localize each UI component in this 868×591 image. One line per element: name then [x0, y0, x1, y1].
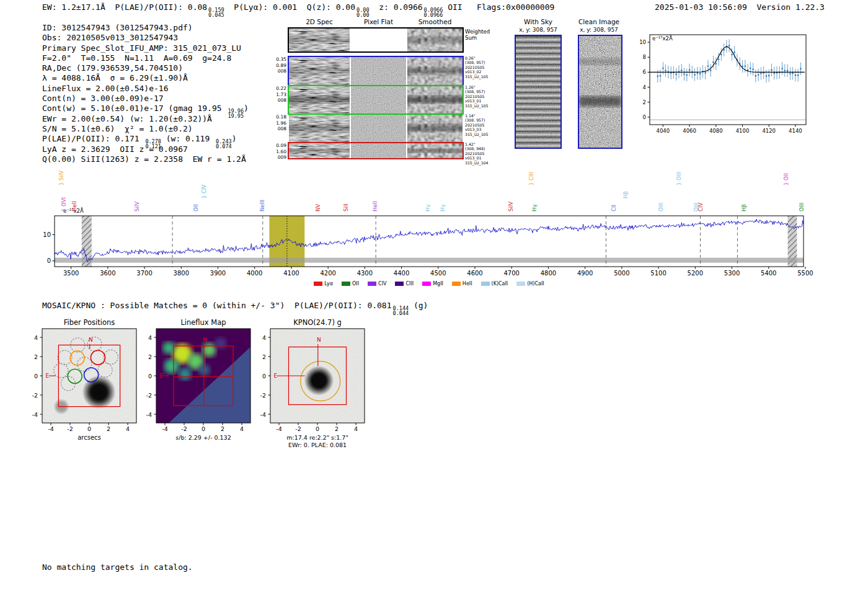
mosaic-kpno-summary: MOSAIC/KPNO : Possible Matches = 0 (with…: [42, 301, 428, 316]
spectrum-line-label: Hβ: [622, 191, 629, 198]
cutout-row-fiber4: [288, 142, 464, 159]
spectrum-line-label: HeII: [71, 201, 78, 211]
north-indicator: N: [89, 337, 93, 343]
svg-text:-2: -2: [32, 392, 38, 399]
cutout-spec-image: [289, 143, 350, 158]
stacked-uncertainty: 0.000.00: [356, 7, 369, 17]
cutout-flat-image: [351, 115, 406, 142]
legend-item-HeII: HeII: [452, 281, 472, 287]
report-version: Version 1.22.3: [756, 2, 825, 12]
svg-text:-4: -4: [146, 411, 152, 418]
spectrum-line-label: } CIII: [528, 172, 534, 185]
legend-item-CIV: CIV: [368, 281, 386, 287]
svg-text:-2: -2: [260, 392, 266, 399]
svg-text:3900: 3900: [210, 270, 226, 277]
svg-text:4200: 4200: [320, 270, 335, 277]
cutout-spec-image: [289, 115, 350, 142]
svg-text:2: 2: [34, 353, 38, 360]
legend-item-CIII: CIII: [395, 281, 414, 287]
info-line: P(LAE)/P(OII): 0.171 0.2780.121 (w: 0.11…: [42, 134, 249, 144]
svg-text:-4: -4: [32, 411, 38, 418]
fiber-positions-panel: Fiber PositionsNE-4-4-2-2002244arcsecs: [24, 318, 148, 449]
east-indicator: E: [45, 373, 49, 379]
svg-text:4140: 4140: [789, 128, 802, 134]
stacked-uncertainty: 0.2430.074: [216, 139, 232, 149]
legend-label: CIII: [405, 281, 414, 287]
svg-text:4700: 4700: [504, 270, 520, 277]
svg-text:2: 2: [221, 425, 224, 432]
svg-text:0: 0: [643, 114, 646, 120]
svg-text:4: 4: [643, 84, 646, 91]
svg-text:0: 0: [87, 425, 91, 432]
svg-text:4: 4: [354, 425, 358, 432]
svg-text:3600: 3600: [100, 270, 115, 277]
legend-label: CIV: [378, 281, 386, 287]
spectrum-line-label: } OVI: [61, 197, 67, 211]
svg-text:-4: -4: [276, 425, 281, 432]
svg-text:5000: 5000: [614, 270, 629, 277]
cutout-right-labels: 1.26"(308, 957)20210505v013_01315_LU_105: [465, 85, 505, 108]
svg-text:4: 4: [262, 334, 266, 341]
svg-text:-2: -2: [181, 425, 187, 432]
lineflux-map-panel: Lineflux MapNE-4-4-2-2002244s/b: 2.29 +/…: [138, 318, 262, 449]
spectrum-line-label: Hβ: [741, 204, 747, 211]
spectrum-line-label: SiIV: [508, 202, 514, 211]
svg-text:5200: 5200: [688, 270, 703, 277]
svg-text:5400: 5400: [761, 270, 776, 277]
fiber-positions-xlabel: arcsecs: [78, 434, 101, 441]
svg-text:3800: 3800: [174, 270, 189, 277]
spectrum-line-label: OII: [193, 204, 199, 211]
cutout-row-fiber3: [288, 113, 464, 143]
stacked-uncertainty: 19.9619.95: [228, 109, 244, 118]
column-header-smoothed: Smoothed: [407, 18, 463, 25]
svg-text:2: 2: [643, 99, 646, 105]
spectrum-line-label: CII: [611, 205, 617, 211]
spectrum-line-label: CIV: [698, 203, 704, 211]
svg-text:-2: -2: [295, 425, 301, 432]
cutout-flat-image: [351, 143, 406, 158]
legend-item-(H)CaII: (H)CaII: [516, 281, 544, 287]
svg-text:2: 2: [262, 353, 266, 360]
with-sky-coords: x, y: 308, 957: [508, 27, 568, 33]
svg-text:3700: 3700: [136, 270, 152, 277]
legend-item-Lyα: Lyα: [314, 281, 333, 287]
svg-text:8: 8: [643, 54, 646, 60]
svg-text:10: 10: [43, 231, 51, 238]
kpno-xlabel: m:17.4 re:2.2" s:1.7": [286, 434, 348, 441]
svg-text:2: 2: [335, 425, 339, 432]
header-summary: EW: 1.2±17.1Å P(LAE)/P(OII): 0.080.1590.…: [42, 2, 554, 17]
svg-text:0: 0: [316, 425, 319, 432]
spectrum-line-label: } OIII: [676, 172, 682, 185]
svg-text:-4: -4: [162, 425, 167, 432]
svg-text:-2: -2: [67, 425, 73, 432]
report-date: 2025-01-03 10:56:09: [655, 2, 747, 12]
cutout-smooth-image: [407, 115, 463, 142]
info-line: Cont(n) = 3.00(±0.09)e-17: [42, 94, 249, 104]
cutout-right-labels: WeightedSum: [465, 29, 505, 41]
north-indicator: N: [317, 337, 321, 343]
legend-swatch: [452, 282, 461, 286]
spectrum-line-label: NeIII: [259, 200, 265, 211]
svg-text:4100: 4100: [736, 128, 750, 134]
legend-item-(K)CaII: (K)CaII: [481, 281, 508, 287]
kpno-title: KPNO(24.7) g: [293, 318, 342, 327]
legend-swatch: [368, 282, 376, 286]
cutout-spec-image: [289, 57, 350, 85]
legend-label: MgII: [433, 281, 443, 287]
info-line: λ = 4088.16Å σ = 6.29(±1.90)Å: [42, 73, 249, 83]
cutout-row-fiber2: [288, 85, 464, 115]
footer-line-1: No matching targets in catalog.: [42, 562, 193, 572]
svg-text:4: 4: [148, 334, 152, 341]
svg-text:4400: 4400: [394, 270, 409, 277]
svg-text:4: 4: [126, 425, 130, 432]
svg-text:4: 4: [240, 425, 244, 432]
svg-text:0: 0: [34, 373, 38, 380]
cutout-smooth-image: [407, 29, 463, 51]
detection-info-block: ID: 3012547943 (3012547943.pdf)Obs: 2021…: [42, 23, 249, 164]
legend-swatch: [342, 282, 350, 286]
spectrum-line-label: Hγ: [425, 205, 431, 211]
svg-text:4060: 4060: [683, 128, 696, 134]
svg-text:0: 0: [148, 373, 152, 380]
svg-text:-4: -4: [260, 411, 266, 418]
svg-text:4120: 4120: [762, 128, 776, 134]
